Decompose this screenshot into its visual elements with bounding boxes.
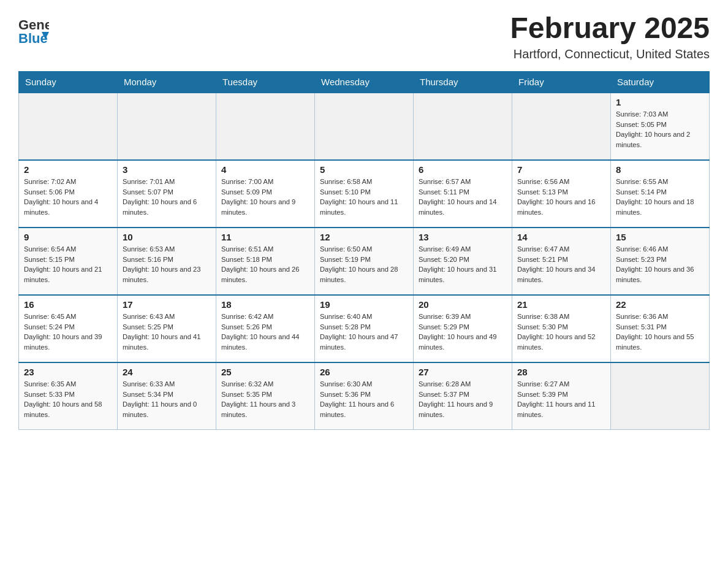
day-number: 7 bbox=[517, 164, 605, 175]
calendar-cell-w2d2: 3Sunrise: 7:01 AMSunset: 5:07 PMDaylight… bbox=[118, 160, 216, 228]
day-number: 23 bbox=[24, 367, 112, 377]
day-number: 10 bbox=[123, 232, 211, 242]
calendar-cell-w4d1: 16Sunrise: 6:45 AMSunset: 5:24 PMDayligh… bbox=[19, 295, 118, 362]
calendar-cell-w5d3: 25Sunrise: 6:32 AMSunset: 5:35 PMDayligh… bbox=[216, 362, 315, 430]
logo-icon: General Blue bbox=[18, 12, 49, 46]
day-info: Sunrise: 6:40 AMSunset: 5:28 PMDaylight:… bbox=[320, 312, 408, 353]
day-info: Sunrise: 7:00 AMSunset: 5:09 PMDaylight:… bbox=[221, 177, 309, 218]
calendar-cell-w4d3: 18Sunrise: 6:42 AMSunset: 5:26 PMDayligh… bbox=[216, 295, 315, 362]
day-info: Sunrise: 6:58 AMSunset: 5:10 PMDaylight:… bbox=[320, 177, 408, 218]
day-info: Sunrise: 6:55 AMSunset: 5:14 PMDaylight:… bbox=[616, 177, 704, 218]
calendar-cell-w3d5: 13Sunrise: 6:49 AMSunset: 5:20 PMDayligh… bbox=[414, 228, 512, 295]
calendar-cell-w4d5: 20Sunrise: 6:39 AMSunset: 5:29 PMDayligh… bbox=[414, 295, 512, 362]
day-info: Sunrise: 6:27 AMSunset: 5:39 PMDaylight:… bbox=[517, 379, 605, 420]
day-info: Sunrise: 6:54 AMSunset: 5:15 PMDaylight:… bbox=[24, 244, 112, 285]
day-number: 17 bbox=[123, 299, 211, 310]
page-header: General Blue February 2025 Hartford, Con… bbox=[18, 12, 710, 61]
calendar-cell-w2d3: 4Sunrise: 7:00 AMSunset: 5:09 PMDaylight… bbox=[216, 160, 315, 228]
location: Hartford, Connecticut, United States bbox=[510, 47, 710, 61]
day-number: 2 bbox=[24, 164, 112, 175]
day-info: Sunrise: 6:51 AMSunset: 5:18 PMDaylight:… bbox=[221, 244, 309, 285]
calendar-cell-w2d4: 5Sunrise: 6:58 AMSunset: 5:10 PMDaylight… bbox=[315, 160, 414, 228]
day-number: 28 bbox=[517, 367, 605, 377]
day-number: 8 bbox=[616, 164, 704, 175]
col-wednesday: Wednesday bbox=[315, 71, 414, 93]
calendar-table: Sunday Monday Tuesday Wednesday Thursday… bbox=[18, 71, 710, 431]
day-info: Sunrise: 7:02 AMSunset: 5:06 PMDaylight:… bbox=[24, 177, 112, 218]
day-info: Sunrise: 6:36 AMSunset: 5:31 PMDaylight:… bbox=[616, 312, 704, 353]
title-area: February 2025 Hartford, Connecticut, Uni… bbox=[510, 12, 710, 61]
day-info: Sunrise: 6:56 AMSunset: 5:13 PMDaylight:… bbox=[517, 177, 605, 218]
day-info: Sunrise: 6:45 AMSunset: 5:24 PMDaylight:… bbox=[24, 312, 112, 353]
calendar-cell-w2d5: 6Sunrise: 6:57 AMSunset: 5:11 PMDaylight… bbox=[414, 160, 512, 228]
day-number: 4 bbox=[221, 164, 309, 175]
calendar-cell-w1d6 bbox=[512, 93, 611, 160]
day-number: 11 bbox=[221, 232, 309, 242]
calendar-cell-w2d7: 8Sunrise: 6:55 AMSunset: 5:14 PMDaylight… bbox=[611, 160, 710, 228]
calendar-cell-w2d6: 7Sunrise: 6:56 AMSunset: 5:13 PMDaylight… bbox=[512, 160, 611, 228]
calendar-cell-w4d6: 21Sunrise: 6:38 AMSunset: 5:30 PMDayligh… bbox=[512, 295, 611, 362]
day-number: 3 bbox=[123, 164, 211, 175]
week-row-3: 9Sunrise: 6:54 AMSunset: 5:15 PMDaylight… bbox=[19, 228, 710, 295]
week-row-2: 2Sunrise: 7:02 AMSunset: 5:06 PMDaylight… bbox=[19, 160, 710, 228]
day-info: Sunrise: 6:50 AMSunset: 5:19 PMDaylight:… bbox=[320, 244, 408, 285]
col-thursday: Thursday bbox=[414, 71, 512, 93]
calendar-cell-w5d7 bbox=[611, 362, 710, 430]
col-monday: Monday bbox=[118, 71, 216, 93]
col-friday: Friday bbox=[512, 71, 611, 93]
calendar-cell-w4d2: 17Sunrise: 6:43 AMSunset: 5:25 PMDayligh… bbox=[118, 295, 216, 362]
day-number: 18 bbox=[221, 299, 309, 310]
calendar-cell-w5d6: 28Sunrise: 6:27 AMSunset: 5:39 PMDayligh… bbox=[512, 362, 611, 430]
week-row-5: 23Sunrise: 6:35 AMSunset: 5:33 PMDayligh… bbox=[19, 362, 710, 430]
calendar-cell-w3d7: 15Sunrise: 6:46 AMSunset: 5:23 PMDayligh… bbox=[611, 228, 710, 295]
calendar-cell-w3d6: 14Sunrise: 6:47 AMSunset: 5:21 PMDayligh… bbox=[512, 228, 611, 295]
day-number: 21 bbox=[517, 299, 605, 310]
day-number: 9 bbox=[24, 232, 112, 242]
calendar-cell-w1d2 bbox=[118, 93, 216, 160]
calendar-cell-w5d5: 27Sunrise: 6:28 AMSunset: 5:37 PMDayligh… bbox=[414, 362, 512, 430]
calendar-cell-w2d1: 2Sunrise: 7:02 AMSunset: 5:06 PMDaylight… bbox=[19, 160, 118, 228]
day-number: 14 bbox=[517, 232, 605, 242]
day-info: Sunrise: 6:33 AMSunset: 5:34 PMDaylight:… bbox=[123, 379, 211, 420]
day-info: Sunrise: 6:38 AMSunset: 5:30 PMDaylight:… bbox=[517, 312, 605, 353]
day-number: 13 bbox=[419, 232, 507, 242]
day-number: 20 bbox=[419, 299, 507, 310]
day-info: Sunrise: 6:46 AMSunset: 5:23 PMDaylight:… bbox=[616, 244, 704, 285]
calendar-cell-w1d3 bbox=[216, 93, 315, 160]
calendar-cell-w1d4 bbox=[315, 93, 414, 160]
day-info: Sunrise: 6:32 AMSunset: 5:35 PMDaylight:… bbox=[221, 379, 309, 420]
day-number: 5 bbox=[320, 164, 408, 175]
col-tuesday: Tuesday bbox=[216, 71, 315, 93]
month-title: February 2025 bbox=[510, 12, 710, 45]
day-number: 12 bbox=[320, 232, 408, 242]
day-info: Sunrise: 6:39 AMSunset: 5:29 PMDaylight:… bbox=[419, 312, 507, 353]
day-info: Sunrise: 6:35 AMSunset: 5:33 PMDaylight:… bbox=[24, 379, 112, 420]
week-row-4: 16Sunrise: 6:45 AMSunset: 5:24 PMDayligh… bbox=[19, 295, 710, 362]
calendar-cell-w3d2: 10Sunrise: 6:53 AMSunset: 5:16 PMDayligh… bbox=[118, 228, 216, 295]
col-sunday: Sunday bbox=[19, 71, 118, 93]
day-number: 27 bbox=[419, 367, 507, 377]
calendar-cell-w3d1: 9Sunrise: 6:54 AMSunset: 5:15 PMDaylight… bbox=[19, 228, 118, 295]
day-info: Sunrise: 6:30 AMSunset: 5:36 PMDaylight:… bbox=[320, 379, 408, 420]
day-info: Sunrise: 6:28 AMSunset: 5:37 PMDaylight:… bbox=[419, 379, 507, 420]
day-info: Sunrise: 7:01 AMSunset: 5:07 PMDaylight:… bbox=[123, 177, 211, 218]
day-number: 6 bbox=[419, 164, 507, 175]
logo: General Blue bbox=[18, 12, 49, 46]
day-number: 25 bbox=[221, 367, 309, 377]
day-info: Sunrise: 7:03 AMSunset: 5:05 PMDaylight:… bbox=[616, 109, 704, 150]
day-number: 1 bbox=[616, 97, 704, 107]
day-number: 24 bbox=[123, 367, 211, 377]
day-number: 19 bbox=[320, 299, 408, 310]
calendar-cell-w4d4: 19Sunrise: 6:40 AMSunset: 5:28 PMDayligh… bbox=[315, 295, 414, 362]
day-number: 15 bbox=[616, 232, 704, 242]
calendar-cell-w1d1 bbox=[19, 93, 118, 160]
day-info: Sunrise: 6:57 AMSunset: 5:11 PMDaylight:… bbox=[419, 177, 507, 218]
day-info: Sunrise: 6:42 AMSunset: 5:26 PMDaylight:… bbox=[221, 312, 309, 353]
day-info: Sunrise: 6:49 AMSunset: 5:20 PMDaylight:… bbox=[419, 244, 507, 285]
day-info: Sunrise: 6:47 AMSunset: 5:21 PMDaylight:… bbox=[517, 244, 605, 285]
calendar-cell-w5d2: 24Sunrise: 6:33 AMSunset: 5:34 PMDayligh… bbox=[118, 362, 216, 430]
day-number: 22 bbox=[616, 299, 704, 310]
calendar-cell-w5d4: 26Sunrise: 6:30 AMSunset: 5:36 PMDayligh… bbox=[315, 362, 414, 430]
day-number: 26 bbox=[320, 367, 408, 377]
calendar-cell-w3d3: 11Sunrise: 6:51 AMSunset: 5:18 PMDayligh… bbox=[216, 228, 315, 295]
